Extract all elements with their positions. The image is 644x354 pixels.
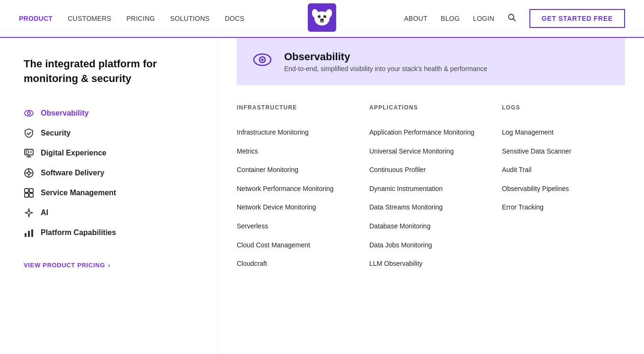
nav-right: ABOUT BLOG LOGIN GET STARTED FREE [404,9,625,28]
svg-rect-16 [26,151,28,154]
list-item[interactable]: Cloud Cost Management [237,236,360,255]
nav-docs[interactable]: DOCS [225,15,245,22]
search-icon[interactable] [508,13,516,24]
list-item[interactable]: Continuous Profiler [369,161,492,180]
eye-icon [24,108,34,118]
svg-point-6 [320,18,324,21]
list-item[interactable]: Container Monitoring [237,161,360,180]
navbar: PRODUCT CUSTOMERS PRICING SOLUTIONS DOCS [0,0,644,38]
svg-point-7 [318,14,319,16]
svg-rect-30 [28,231,30,237]
banner-title: Observability [284,51,487,63]
banner-eye-icon [252,49,273,74]
svg-rect-26 [29,189,33,192]
right-content: Observability End-to-end, simplified vis… [218,38,644,354]
list-item[interactable]: Application Performance Monitoring [369,123,492,142]
logs-header: LOGS [502,104,625,115]
svg-point-20 [27,172,30,174]
sparkle-icon [24,208,34,218]
view-pricing-link[interactable]: VIEW PRODUCT PRICING › [24,262,194,269]
sidebar-item-platform-capabilities[interactable]: Platform Capabilities [24,223,194,243]
sidebar-item-observability[interactable]: Observability [24,103,194,123]
svg-point-11 [25,110,33,116]
list-item[interactable]: Infrastructure Monitoring [237,123,360,142]
code-icon [24,168,34,178]
nav-pricing[interactable]: PRICING [126,15,155,22]
logs-column: LOGS Log Management Sensitive Data Scann… [502,104,625,273]
monitor-icon [24,148,34,158]
list-item[interactable]: Observability Pipelines [502,180,625,199]
list-item[interactable]: Cloudcraft [237,254,360,273]
list-item[interactable]: LLM Observability [369,254,492,273]
chart-icon [24,227,34,238]
nav-product[interactable]: PRODUCT [19,15,53,22]
banner-subtitle: End-to-end, simplified visibility into y… [284,65,487,73]
banner-text: Observability End-to-end, simplified vis… [284,51,487,73]
infrastructure-header: INFRASTRUCTURE [237,104,360,115]
svg-rect-28 [29,193,33,197]
svg-point-12 [27,112,30,115]
list-item[interactable]: Log Management [502,123,625,142]
sidebar-label-security: Security [41,129,71,137]
list-item[interactable]: Data Jobs Monitoring [369,236,492,255]
sidebar-label-service-management: Service Management [41,189,116,197]
shield-icon [24,128,34,138]
list-item[interactable]: Database Monitoring [369,217,492,236]
list-item[interactable]: Audit Trail [502,161,625,180]
chevron-right-icon: › [108,262,110,269]
svg-line-10 [513,18,515,21]
nav-solutions[interactable]: SOLUTIONS [170,15,209,22]
svg-point-8 [325,14,327,16]
list-item[interactable]: Dynamic Instrumentation [369,180,492,199]
applications-header: APPLICATIONS [369,104,492,115]
sidebar-label-ai: AI [41,209,48,217]
nav-login[interactable]: LOGIN [473,15,494,22]
svg-point-4 [318,15,321,18]
sidebar-item-digital-experience[interactable]: Digital Experience [24,143,194,163]
sidebar-label-digital-experience: Digital Experience [41,149,107,157]
svg-point-5 [323,15,326,18]
applications-column: APPLICATIONS Application Performance Mon… [369,104,492,273]
product-columns: INFRASTRUCTURE Infrastructure Monitoring… [237,104,625,273]
sidebar-item-security[interactable]: Security [24,123,194,143]
nav-blog[interactable]: BLOG [441,15,460,22]
sidebar-label-platform-capabilities: Platform Capabilities [41,228,116,237]
list-item[interactable]: Sensitive Data Scanner [502,142,625,161]
list-item[interactable]: Universal Service Monitoring [369,142,492,161]
dropdown-panel: The integrated platform for monitoring &… [0,38,644,354]
svg-rect-29 [25,233,27,237]
svg-point-34 [261,59,264,61]
infrastructure-column: INFRASTRUCTURE Infrastructure Monitoring… [237,104,360,273]
sidebar-item-software-delivery[interactable]: Software Delivery [24,163,194,183]
list-item[interactable]: Network Device Monitoring [237,198,360,217]
sidebar-title: The integrated platform for monitoring &… [24,57,194,86]
list-item[interactable]: Error Tracking [502,198,625,217]
sidebar-item-service-management[interactable]: Service Management [24,183,194,203]
sidebar: The integrated platform for monitoring &… [0,38,218,354]
observability-banner: Observability End-to-end, simplified vis… [237,38,625,85]
grid-icon [24,188,34,198]
svg-rect-27 [25,193,28,197]
view-pricing-label: VIEW PRODUCT PRICING [24,262,105,269]
logo[interactable] [308,3,336,34]
svg-rect-31 [31,229,33,237]
sidebar-item-ai[interactable]: AI [24,203,194,223]
nav-about[interactable]: ABOUT [404,15,428,22]
svg-rect-25 [25,189,28,192]
sidebar-label-observability: Observability [41,109,89,118]
list-item[interactable]: Metrics [237,142,360,161]
get-started-button[interactable]: GET STARTED FREE [529,9,625,28]
nav-customers[interactable]: CUSTOMERS [68,15,111,22]
list-item[interactable]: Data Streams Monitoring [369,198,492,217]
list-item[interactable]: Serverless [237,217,360,236]
list-item[interactable]: Network Performance Monitoring [237,180,360,199]
nav-left: PRODUCT CUSTOMERS PRICING SOLUTIONS DOCS [19,15,244,22]
sidebar-label-software-delivery: Software Delivery [41,169,104,177]
